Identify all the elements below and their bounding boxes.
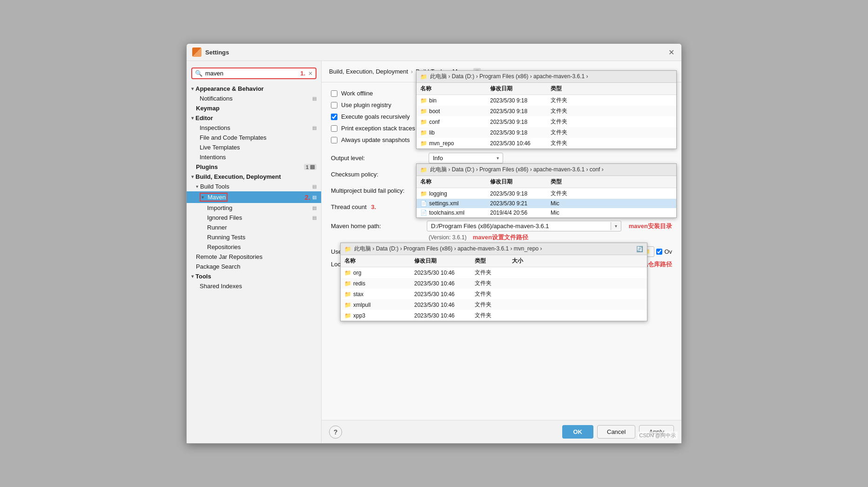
checksum-policy-arrow: ▾ bbox=[497, 172, 499, 177]
maven-label: Maven bbox=[208, 194, 226, 201]
notifications-label: Notifications bbox=[200, 95, 233, 102]
tools-label: Tools bbox=[195, 273, 211, 280]
checksum-policy-dropdown[interactable]: No Global Policy ▾ bbox=[429, 169, 503, 180]
thread-count-input[interactable] bbox=[429, 202, 522, 212]
execute-goals-row: Execute goals recursively bbox=[331, 113, 672, 120]
print-exception-checkbox[interactable] bbox=[331, 125, 337, 132]
execute-goals-checkbox[interactable] bbox=[331, 114, 337, 120]
chevron-icon4: ▾ bbox=[196, 184, 198, 189]
maven-inner: ▾ Maven bbox=[200, 193, 228, 202]
breadcrumb-part1: Build, Execution, Deployment bbox=[329, 68, 408, 75]
local-repo-browse-button[interactable]: 📁 bbox=[576, 259, 592, 270]
always-update-checkbox[interactable] bbox=[331, 137, 337, 143]
settings-icon: ▤ bbox=[312, 96, 316, 101]
sidebar-item-plugins[interactable]: Plugins 1 ▤ bbox=[187, 162, 321, 172]
use-plugin-registry-row: Use plugin registry bbox=[331, 101, 672, 108]
maven-chevron-icon: ▾ bbox=[202, 195, 204, 200]
sidebar-item-inspections[interactable]: Inspections ▤ bbox=[187, 123, 321, 133]
local-repo-input[interactable] bbox=[427, 259, 574, 270]
ok-button[interactable]: OK bbox=[562, 425, 594, 439]
breadcrumb-sep1: › bbox=[411, 68, 413, 75]
user-settings-override-label: Ov bbox=[664, 248, 672, 255]
local-repo-annotation: maven本地仓库路径 bbox=[617, 260, 672, 269]
thread-count-row: Thread count 3. -T option bbox=[331, 202, 672, 212]
local-repo-override-label: Ov bbox=[601, 261, 609, 268]
sidebar-item-build-tools[interactable]: ▾ Build Tools ▤ bbox=[187, 182, 321, 191]
ignored-files-label: Ignored Files bbox=[207, 214, 242, 221]
sidebar-item-intentions[interactable]: Intentions bbox=[187, 152, 321, 162]
sidebar-item-keymap[interactable]: Keymap bbox=[187, 103, 321, 113]
cancel-button[interactable]: Cancel bbox=[597, 425, 635, 439]
repositories-label: Repositories bbox=[207, 243, 241, 250]
local-repo-row: Local repository: 📁 Ov maven本地仓库路径 bbox=[331, 259, 672, 270]
output-level-arrow: ▾ bbox=[497, 156, 499, 161]
editor-label: Editor bbox=[195, 115, 213, 122]
sidebar-item-appearance-behavior[interactable]: ▾ Appearance & Behavior bbox=[187, 84, 321, 94]
sidebar-item-file-code-templates[interactable]: File and Code Templates bbox=[187, 133, 321, 142]
always-update-label: Always update snapshots bbox=[341, 136, 410, 143]
sidebar-item-maven[interactable]: ▾ Maven 2. ▤ bbox=[187, 191, 321, 203]
dialog-footer: ? OK Cancel Apply bbox=[322, 420, 681, 443]
user-settings-input[interactable] bbox=[427, 246, 637, 257]
local-repo-override-checkbox[interactable] bbox=[593, 261, 599, 267]
build-execution-deployment-label: Build, Execution, Deployment bbox=[195, 173, 281, 180]
breadcrumb-part2: Build Tools bbox=[416, 68, 445, 75]
user-settings-field: 📁 Ov bbox=[427, 246, 672, 257]
maven-version-line: (Version: 3.6.1) maven设置文件路径 bbox=[424, 233, 672, 242]
sidebar-item-importing[interactable]: Importing ▤ bbox=[187, 203, 321, 213]
maven-version: (Version: 3.6.1) bbox=[429, 234, 466, 241]
step2-label: 2. bbox=[304, 193, 310, 201]
multiproject-fail-dropdown[interactable]: Default ▾ bbox=[429, 185, 503, 196]
breadcrumb-part3: Maven bbox=[452, 68, 471, 75]
output-level-row: Output level: Info ▾ bbox=[331, 153, 672, 163]
output-level-dropdown[interactable]: Info ▾ bbox=[429, 153, 503, 163]
sidebar-item-runner[interactable]: Runner bbox=[187, 223, 321, 232]
close-button[interactable]: ✕ bbox=[666, 47, 676, 57]
work-offline-row: Work offline bbox=[331, 90, 672, 97]
work-offline-checkbox[interactable] bbox=[331, 90, 337, 97]
sidebar-item-editor[interactable]: ▾ Editor bbox=[187, 113, 321, 123]
breadcrumb-icon: ⊞ bbox=[473, 68, 481, 75]
work-offline-label: Work offline bbox=[341, 90, 373, 97]
maven-home-row: Maven home path: D:/Program Files (x86)/… bbox=[331, 221, 672, 231]
title-bar-left: Settings bbox=[192, 47, 229, 57]
thread-count-label: Thread count 3. bbox=[331, 203, 424, 210]
sidebar-item-package-search[interactable]: Package Search bbox=[187, 262, 321, 271]
maven-home-label: Maven home path: bbox=[331, 223, 424, 230]
user-settings-row: User settings file: 📁 Ov bbox=[331, 246, 672, 257]
output-level-value: Info bbox=[433, 155, 443, 162]
print-exception-label: Print exception stack traces bbox=[341, 125, 415, 132]
nav-forward-button[interactable]: → bbox=[662, 66, 674, 77]
sidebar-item-shared-indexes[interactable]: Shared Indexes bbox=[187, 281, 321, 291]
help-button[interactable]: ? bbox=[329, 426, 342, 439]
user-settings-override-checkbox[interactable] bbox=[656, 249, 662, 255]
title-bar: Settings ✕ bbox=[187, 44, 681, 61]
local-repo-label: Local repository: bbox=[331, 261, 424, 268]
breadcrumb-bar: Build, Execution, Deployment › Build Too… bbox=[322, 61, 681, 82]
use-plugin-registry-checkbox[interactable] bbox=[331, 102, 337, 108]
dialog-title: Settings bbox=[205, 49, 229, 56]
maven-home-dropdown-arrow[interactable]: ▾ bbox=[611, 222, 621, 230]
search-input[interactable] bbox=[205, 70, 296, 77]
keymap-label: Keymap bbox=[196, 105, 220, 112]
checksum-policy-label: Checksum policy: bbox=[331, 171, 424, 178]
maven-settings-annotation: maven设置文件路径 bbox=[473, 234, 528, 241]
sidebar-item-remote-jar-repositories[interactable]: Remote Jar Repositories bbox=[187, 252, 321, 262]
sidebar-item-live-templates[interactable]: Live Templates bbox=[187, 142, 321, 152]
t-option-label: -T option bbox=[526, 203, 550, 210]
sidebar-item-running-tests[interactable]: Running Tests bbox=[187, 232, 321, 242]
plugins-badge: 1 ▤ bbox=[304, 164, 316, 170]
search-icon: 🔍 bbox=[195, 70, 202, 77]
maven-home-combo[interactable]: D:/Program Files (x86)/apache-maven-3.6.… bbox=[427, 221, 621, 231]
inspections-label: Inspections bbox=[200, 124, 230, 131]
search-clear-icon[interactable]: ✕ bbox=[308, 70, 313, 77]
thread-count-controls: -T option bbox=[429, 202, 550, 212]
sidebar-item-build-execution-deployment[interactable]: ▾ Build, Execution, Deployment bbox=[187, 172, 321, 182]
user-settings-browse-button[interactable]: 📁 bbox=[639, 246, 654, 257]
nav-back-button[interactable]: ← bbox=[648, 66, 660, 77]
sidebar-item-notifications[interactable]: Notifications ▤ bbox=[187, 94, 321, 103]
sidebar-item-repositories[interactable]: Repositories bbox=[187, 242, 321, 252]
sidebar-item-ignored-files[interactable]: Ignored Files ▤ bbox=[187, 213, 321, 223]
sidebar-item-tools[interactable]: ▾ Tools bbox=[187, 271, 321, 281]
print-exception-row: Print exception stack traces bbox=[331, 125, 672, 132]
